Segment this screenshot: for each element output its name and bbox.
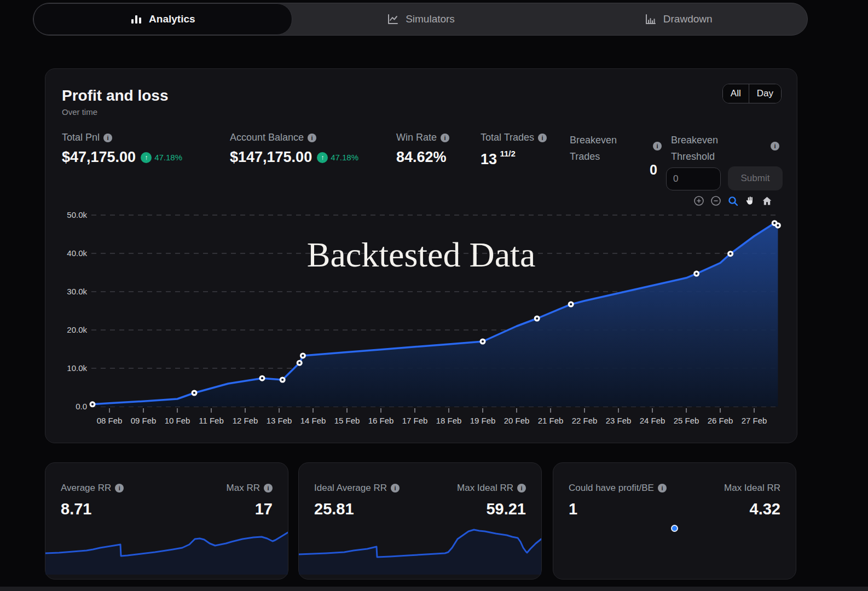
tab-label: Simulators [406,13,455,25]
data-point-dot [671,525,678,532]
svg-text:10 Feb: 10 Feb [165,416,190,425]
metric-value: 25.81 [314,500,354,518]
svg-text:08 Feb: 08 Feb [97,416,123,425]
info-icon[interactable]: i [653,142,662,150]
stat-value: $147,175.00 [230,149,312,166]
info-icon[interactable]: i [115,484,124,493]
average-rr-card: Average RRi Max RRi 8.71 17 [45,462,288,580]
info-icon[interactable]: i [103,134,112,142]
metric-value: 4.32 [750,500,780,518]
pan-icon[interactable] [744,195,756,207]
stat-win-rate: Win Ratei 84.62% [396,132,449,166]
chart-toolbar [693,195,773,207]
stat-label: Total Trades [481,132,534,143]
ideal-average-rr-card: Ideal Average RRi Max Ideal RRi 25.81 59… [298,462,542,580]
up-arrow-icon: ↑ [141,152,152,163]
zoom-out-icon[interactable] [710,195,722,207]
zoom-select-icon[interactable] [727,195,739,207]
svg-text:23 Feb: 23 Feb [606,416,632,425]
metric-label: Max Ideal RR [457,483,513,494]
stat-label: Breakeven Threshold [671,132,718,165]
info-icon[interactable]: i [441,134,449,142]
home-icon[interactable] [761,195,773,207]
svg-text:10.0k: 10.0k [67,363,87,373]
stat-superscript: 11/2 [500,149,515,158]
svg-text:21 Feb: 21 Feb [538,416,564,425]
metric-value: 59.21 [486,500,526,518]
svg-text:13 Feb: 13 Feb [267,416,292,425]
stat-breakeven-threshold: Breakeven Threshold [671,132,718,165]
svg-text:11 Feb: 11 Feb [199,416,224,425]
svg-text:40.0k: 40.0k [67,248,87,258]
up-arrow-icon: ↑ [317,152,328,163]
page-title: Profit and loss [62,87,168,105]
range-day-button[interactable]: Day [749,84,781,103]
info-icon[interactable]: i [264,484,273,493]
info-icon[interactable]: i [308,134,316,142]
pnl-chart[interactable]: 0.010.0k20.0k30.0k40.0k50.0k08 Feb09 Feb… [45,211,797,436]
info-icon[interactable]: i [538,134,547,142]
range-all-button[interactable]: All [723,84,749,103]
stat-label: Win Rate [396,132,437,143]
page-subtitle: Over time [62,107,97,117]
tab-label: Analytics [149,13,195,25]
svg-text:15 Feb: 15 Feb [334,416,360,425]
svg-text:20.0k: 20.0k [67,325,87,334]
svg-text:20 Feb: 20 Feb [504,416,530,425]
stat-label: Account Balance [230,132,304,143]
zoom-in-icon[interactable] [693,195,705,207]
tab-analytics[interactable]: Analytics [33,3,292,35]
tab-simulators[interactable]: Simulators [292,3,550,35]
stat-total-trades: Total Tradesi 13 11/2 [481,132,547,168]
stat-value: 13 [481,151,497,167]
stat-label: Breakeven Trades [570,132,617,165]
metric-label: Max RR [227,483,260,494]
stat-label: Total Pnl [62,132,100,143]
svg-text:14 Feb: 14 Feb [300,416,326,425]
chart-series [90,220,781,407]
metric-label: Could have profit/BE [569,483,654,494]
svg-text:26 Feb: 26 Feb [708,416,733,425]
metric-label: Max Ideal RR [724,483,780,494]
svg-text:27 Feb: 27 Feb [742,416,767,425]
dashboard: Analytics Simulators Drawdown Profit and… [0,0,868,591]
metric-value: 8.71 [61,500,91,518]
line-chart-icon [387,13,399,25]
info-icon[interactable]: i [771,142,779,150]
histogram-icon [645,13,657,25]
profit-loss-card: Profit and loss Over time All Day Total … [45,68,797,443]
svg-text:30.0k: 30.0k [67,287,87,296]
change-badge: ↑47.18% [141,152,182,163]
breakeven-trades-value: 0 [650,162,657,178]
change-badge: ↑47.18% [317,152,358,163]
range-toggle: All Day [722,84,782,103]
could-have-profit-card: Could have profit/BEi Max Ideal RR 1 4.3… [553,462,796,580]
svg-text:50.0k: 50.0k [67,211,87,219]
info-icon[interactable]: i [517,484,526,493]
stat-value: $47,175.00 [62,149,136,166]
metric-label: Ideal Average RR [314,483,387,494]
metric-value: 1 [569,500,577,518]
tab-label: Drawdown [663,13,713,25]
tab-drawdown[interactable]: Drawdown [549,3,807,35]
svg-text:12 Feb: 12 Feb [233,416,258,425]
stat-value: 84.62% [396,149,447,166]
submit-button[interactable]: Submit [728,166,783,190]
svg-text:22 Feb: 22 Feb [572,416,598,425]
breakeven-threshold-input[interactable] [666,167,721,190]
svg-text:18 Feb: 18 Feb [436,416,462,425]
stat-breakeven-trades: Breakeven Trades [570,132,617,165]
svg-text:09 Feb: 09 Feb [131,416,157,425]
svg-text:19 Feb: 19 Feb [470,416,496,425]
sparkline-chart [299,524,541,575]
metric-value: 17 [255,500,273,518]
bar-chart-icon [130,13,142,25]
bottom-strip [0,587,868,591]
svg-text:25 Feb: 25 Feb [674,416,699,425]
stat-account-balance: Account Balancei $147,175.00 ↑47.18% [230,132,358,166]
top-tab-bar: Analytics Simulators Drawdown [33,3,808,36]
info-icon[interactable]: i [391,484,400,493]
svg-text:17 Feb: 17 Feb [402,416,428,425]
info-icon[interactable]: i [658,484,667,493]
sparkline-chart [45,524,288,575]
